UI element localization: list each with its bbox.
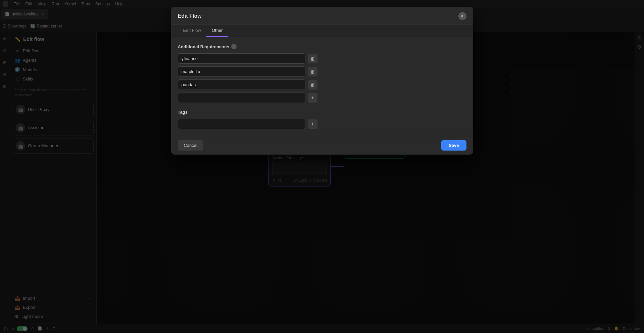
req-row-2: 🗑 bbox=[178, 66, 466, 77]
additional-requirements-label: Additional Requirements i bbox=[178, 44, 466, 49]
req-input-2[interactable] bbox=[178, 66, 305, 77]
modal-tabs: Edit Flow Other bbox=[171, 24, 473, 37]
tab-edit-flow[interactable]: Edit Flow bbox=[178, 24, 206, 37]
req-row-3: 🗑 bbox=[178, 79, 466, 90]
modal-body: Additional Requirements i 🗑 🗑 🗑 + bbox=[171, 37, 473, 136]
tag-input-1[interactable] bbox=[178, 119, 305, 129]
cancel-button[interactable]: Cancel bbox=[178, 140, 203, 151]
req-input-4[interactable] bbox=[178, 93, 305, 103]
modal-footer: Cancel Save bbox=[171, 136, 473, 155]
tags-text: Tags bbox=[178, 110, 188, 115]
tags-section: Tags + bbox=[178, 110, 466, 129]
modal-overlay: Edit Flow × Edit Flow Other Additional R… bbox=[0, 0, 644, 333]
modal-close-button[interactable]: × bbox=[458, 12, 466, 20]
tab-other[interactable]: Other bbox=[206, 24, 228, 37]
req-row-1: 🗑 bbox=[178, 53, 466, 64]
additional-requirements-text: Additional Requirements bbox=[178, 44, 230, 49]
req-delete-3[interactable]: 🗑 bbox=[308, 80, 317, 90]
req-input-1[interactable] bbox=[178, 53, 305, 64]
req-input-3[interactable] bbox=[178, 79, 305, 90]
tags-label: Tags bbox=[178, 110, 466, 115]
modal-header: Edit Flow × bbox=[171, 7, 473, 24]
req-delete-1[interactable]: 🗑 bbox=[308, 54, 317, 63]
req-add-button[interactable]: + bbox=[308, 93, 317, 103]
edit-flow-modal: Edit Flow × Edit Flow Other Additional R… bbox=[171, 7, 473, 155]
additional-requirements-info-icon[interactable]: i bbox=[231, 44, 237, 49]
save-button[interactable]: Save bbox=[441, 140, 466, 151]
tags-row-1: + bbox=[178, 119, 466, 129]
req-delete-2[interactable]: 🗑 bbox=[308, 67, 317, 76]
modal-title: Edit Flow bbox=[178, 13, 202, 19]
tag-add-button[interactable]: + bbox=[308, 119, 317, 129]
req-row-4: + bbox=[178, 93, 466, 103]
